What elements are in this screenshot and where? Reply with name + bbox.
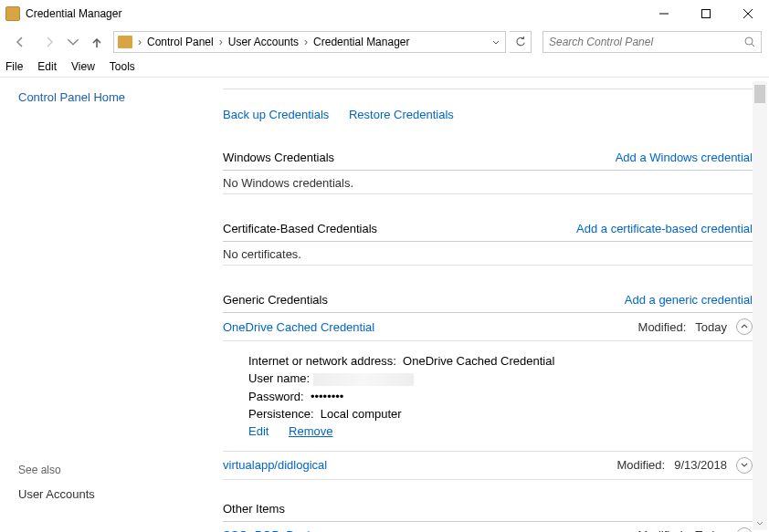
- window-controls: [643, 0, 769, 27]
- section-header-cert: Certificate-Based Credentials Add a cert…: [223, 220, 753, 242]
- up-button[interactable]: [84, 29, 110, 55]
- top-actions: Back up Credentials Restore Credentials: [223, 108, 753, 121]
- sidebar: Control Panel Home See also User Account…: [0, 78, 219, 532]
- modified-label: Modified:: [616, 458, 665, 472]
- password-label: Password:: [248, 390, 304, 403]
- recent-dropdown[interactable]: [66, 29, 80, 55]
- section-header-other: Other Items: [223, 500, 753, 522]
- window-title: Credential Manager: [26, 7, 121, 20]
- minimize-button[interactable]: [643, 0, 685, 27]
- expand-button[interactable]: [736, 457, 753, 474]
- content: Back up Credentials Restore Credentials …: [219, 78, 769, 532]
- menu-bar: File Edit View Tools: [0, 57, 769, 77]
- menu-tools[interactable]: Tools: [110, 60, 135, 73]
- menu-view[interactable]: View: [71, 60, 95, 73]
- search-input[interactable]: [549, 36, 744, 48]
- edit-credential-link[interactable]: Edit: [248, 424, 269, 438]
- chevron-right-icon[interactable]: ›: [136, 36, 143, 48]
- breadcrumb-dropdown[interactable]: [490, 32, 501, 52]
- add-generic-credential-link[interactable]: Add a generic credential: [625, 293, 753, 307]
- credential-detail-onedrive: Internet or network address: OneDrive Ca…: [223, 341, 753, 452]
- section-title: Windows Credentials: [223, 151, 334, 164]
- main-area: Control Panel Home See also User Account…: [0, 77, 769, 532]
- search-box[interactable]: [543, 31, 762, 53]
- section-header-windows: Windows Credentials Add a Windows creden…: [223, 149, 753, 171]
- credential-row-onedrive[interactable]: OneDrive Cached Credential Modified: Tod…: [223, 313, 753, 341]
- svg-line-6: [752, 44, 754, 47]
- breadcrumb-item[interactable]: Credential Manager: [311, 36, 411, 48]
- close-button[interactable]: [727, 0, 769, 27]
- credential-name[interactable]: virtualapp/didlogical: [223, 458, 327, 472]
- modified-label: Modified:: [638, 528, 687, 532]
- control-panel-home-link[interactable]: Control Panel Home: [18, 90, 201, 104]
- address-label: Internet or network address:: [248, 354, 396, 368]
- empty-windows-credentials: No Windows credentials.: [223, 171, 753, 194]
- scrollbar-thumb[interactable]: [754, 85, 765, 103]
- credential-row-sso-pop[interactable]: SSO_POP_Device Modified: Today: [223, 522, 753, 532]
- modified-value: 9/13/2018: [674, 458, 727, 472]
- maximize-button[interactable]: [685, 0, 727, 27]
- svg-point-5: [745, 37, 753, 45]
- menu-edit[interactable]: Edit: [37, 60, 57, 73]
- remove-credential-link[interactable]: Remove: [289, 424, 332, 438]
- credential-row-virtualapp[interactable]: virtualapp/didlogical Modified: 9/13/201…: [223, 452, 753, 480]
- breadcrumb-item[interactable]: User Accounts: [226, 36, 300, 48]
- restore-credentials-link[interactable]: Restore Credentials: [349, 108, 454, 121]
- search-icon: [744, 37, 755, 47]
- password-value: ••••••••: [311, 390, 343, 403]
- credential-name[interactable]: SSO_POP_Device: [223, 528, 322, 532]
- modified-value: Today: [695, 528, 727, 532]
- empty-cert-credentials: No certificates.: [223, 242, 753, 266]
- vertical-scrollbar[interactable]: [753, 81, 767, 530]
- back-button[interactable]: [7, 29, 33, 55]
- address-value: OneDrive Cached Credential: [403, 354, 554, 368]
- modified-value: Today: [695, 320, 727, 334]
- menu-file[interactable]: File: [5, 60, 23, 73]
- persistence-value: Local computer: [321, 407, 402, 421]
- section-title: Certificate-Based Credentials: [223, 222, 377, 235]
- chevron-right-icon[interactable]: ›: [217, 36, 225, 48]
- chevron-right-icon[interactable]: ›: [302, 36, 310, 48]
- folder-icon: [118, 36, 132, 48]
- section-title: Generic Credentials: [223, 293, 328, 307]
- section-header-generic: Generic Credentials Add a generic creden…: [223, 291, 753, 313]
- titlebar: Credential Manager: [0, 0, 769, 27]
- credential-name[interactable]: OneDrive Cached Credential: [223, 320, 374, 334]
- username-value: [313, 373, 414, 386]
- modified-label: Modified:: [638, 320, 687, 334]
- scroll-down-button[interactable]: [753, 516, 767, 530]
- user-accounts-link[interactable]: User Accounts: [18, 487, 201, 501]
- forward-button[interactable]: [37, 29, 62, 55]
- backup-credentials-link[interactable]: Back up Credentials: [223, 108, 329, 121]
- svg-rect-1: [702, 10, 711, 18]
- breadcrumb[interactable]: › Control Panel › User Accounts › Creden…: [113, 31, 506, 53]
- add-windows-credential-link[interactable]: Add a Windows credential: [616, 151, 753, 164]
- address-bar: › Control Panel › User Accounts › Creden…: [0, 27, 769, 57]
- add-cert-credential-link[interactable]: Add a certificate-based credential: [576, 222, 753, 235]
- section-title: Other Items: [223, 502, 285, 516]
- username-label: User name:: [248, 371, 310, 385]
- expand-button[interactable]: [736, 527, 753, 532]
- refresh-button[interactable]: [510, 31, 532, 53]
- persistence-label: Persistence:: [248, 407, 314, 421]
- breadcrumb-item[interactable]: Control Panel: [145, 36, 216, 48]
- app-icon: [5, 6, 20, 21]
- see-also-heading: See also: [18, 464, 201, 476]
- collapse-button[interactable]: [736, 318, 753, 335]
